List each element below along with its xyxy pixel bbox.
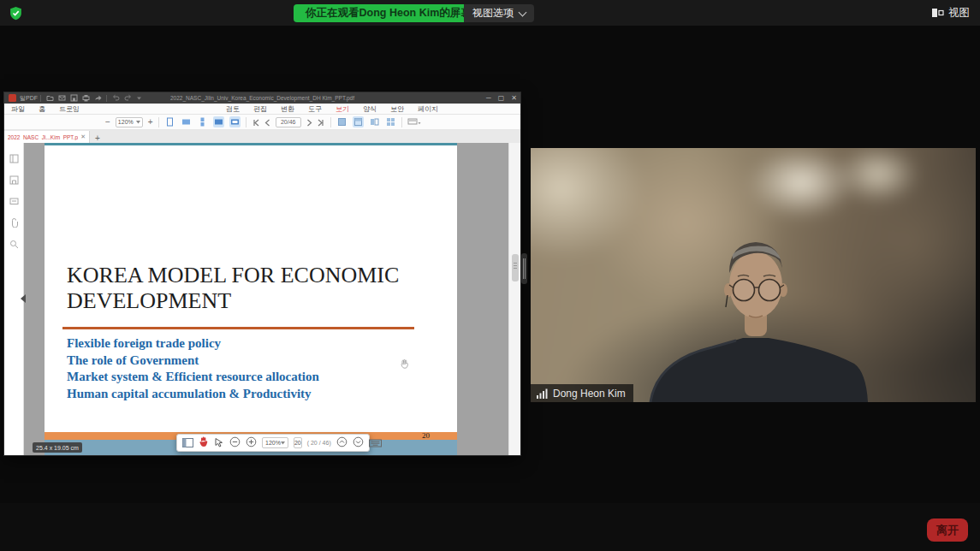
menu-security[interactable]: 보안 [383, 104, 411, 114]
maximize-button[interactable]: ▢ [498, 94, 505, 102]
meeting-top-bar: 你正在观看Dong Heon Kim的屏幕 视图选项 视图 [0, 0, 980, 26]
attachments-panel-icon[interactable] [9, 216, 19, 231]
sidebar-collapse-arrow[interactable] [21, 294, 26, 303]
view-layout-icon [932, 8, 944, 18]
slide-title: KOREA MODEL FOR ECONOMIC DEVELOPMENT [67, 263, 435, 314]
watching-banner: 你正在观看Dong Heon Kim的屏幕 [294, 4, 484, 22]
zoom-out-button[interactable]: − [105, 118, 110, 127]
leave-meeting-button[interactable]: 离开 [927, 518, 968, 542]
comments-panel-icon[interactable] [9, 194, 19, 210]
chevron-down-icon [519, 8, 527, 16]
menu-tools[interactable]: 도구 [301, 104, 329, 114]
participant-figure [531, 148, 976, 402]
two-page-view-icon[interactable] [213, 116, 224, 127]
watching-banner-text: 你正在观看Dong Heon Kim的屏幕 [306, 6, 472, 21]
pdf-window-title: 2022_NASC_Jilin_Univ_Korea_Economic_Deve… [4, 95, 520, 101]
share-divider-handle[interactable] [521, 253, 527, 284]
annotation-zoom-select[interactable]: 120% [262, 437, 288, 448]
chevron-down-icon [281, 441, 285, 445]
menu-forms[interactable]: 양식 [356, 104, 383, 114]
layout-single-icon[interactable] [336, 116, 347, 127]
menu-drawing[interactable]: 드로잉 [52, 104, 86, 114]
scrollbar-thumb[interactable] [512, 254, 519, 281]
page-number-input[interactable]: 20/46 [276, 117, 301, 127]
new-tab-button[interactable]: + [95, 133, 100, 143]
view-options-button[interactable]: 视图选项 [464, 4, 534, 22]
last-page-button[interactable] [318, 115, 325, 130]
first-page-button[interactable] [252, 115, 259, 130]
menu-file[interactable]: 파일 [4, 104, 32, 114]
audio-signal-icon [537, 388, 548, 399]
page-total-label: ( 20 / 46) [307, 440, 331, 446]
document-tab-label: 2022_NASC_Ji...Kim_PPT.pdf [8, 134, 78, 140]
document-scrollbar[interactable] [508, 143, 520, 455]
menu-view[interactable]: 보기 [329, 104, 356, 114]
next-slide-button[interactable] [353, 435, 364, 451]
tab-close-icon[interactable]: ✕ [80, 133, 86, 140]
participant-name: Dong Heon Kim [553, 388, 626, 400]
participant-name-tag: Dong Heon Kim [531, 384, 633, 402]
pdf-viewer-window: 알PDF 2022_NASC_Jilin_Univ_Korea_Economic… [4, 92, 520, 455]
slide-divider-rule [62, 327, 414, 329]
slide-bullet: Flexible foreign trade policy [67, 335, 426, 353]
zoom-meeting-screen: 你正在观看Dong Heon Kim的屏幕 视图选项 视图 알PDF [0, 0, 980, 551]
layout-two-up-icon[interactable] [369, 116, 380, 127]
full-screen-view-icon[interactable] [229, 116, 241, 127]
participant-video-tile[interactable]: Dong Heon Kim [531, 148, 976, 402]
slide-bullet: Human capital accumulation & Productivit… [67, 386, 426, 403]
view-button[interactable]: 视图 [932, 5, 970, 21]
annotation-toolbar: 120% 20 ( 20 / 46) [176, 434, 370, 452]
zoom-in-icon[interactable] [246, 435, 257, 451]
slide-bullet: The role of Government [67, 353, 426, 370]
bookmarks-panel-icon[interactable] [9, 173, 19, 188]
menu-edit[interactable]: 편집 [246, 104, 274, 114]
pdf-toolbar: − 120% + 20/46 [4, 115, 520, 130]
pdf-menubar: 파일 홈 드로잉 검토 편집 변환 도구 보기 양식 보안 페이지 [4, 104, 520, 115]
thumbnails-panel-icon[interactable] [9, 151, 19, 167]
slide-page-number: 20 [422, 431, 430, 440]
document-tab[interactable]: 2022_NASC_Ji...Kim_PPT.pdf ✕ [4, 131, 90, 143]
page-size-badge: 25.4 x 19.05 cm [33, 442, 82, 453]
meeting-control-bar: 解除静音 开启视频 7 [0, 503, 980, 551]
single-page-view-icon[interactable] [164, 116, 175, 127]
hand-cursor-icon [400, 358, 409, 369]
layout-continuous-icon[interactable] [353, 116, 364, 127]
zoom-level-select[interactable]: 120% [116, 117, 143, 127]
pdf-titlebar[interactable]: 알PDF 2022_NASC_Jilin_Univ_Korea_Economic… [4, 92, 520, 104]
pointer-tool-icon[interactable] [214, 435, 224, 451]
next-page-button[interactable] [306, 115, 312, 130]
pdf-tabbar: 2022_NASC_Ji...Kim_PPT.pdf ✕ + [4, 130, 520, 143]
fit-width-view-icon[interactable] [181, 116, 192, 127]
panel-toggle-icon[interactable] [182, 435, 193, 451]
layout-grid-icon[interactable] [385, 116, 396, 127]
minimize-button[interactable]: ─ [486, 94, 491, 102]
zoom-out-icon[interactable] [229, 435, 241, 451]
previous-page-button[interactable] [264, 115, 270, 130]
menu-home[interactable]: 홈 [32, 104, 52, 114]
close-button[interactable]: ✕ [511, 94, 517, 102]
vertical-scroll-view-icon[interactable] [197, 116, 208, 127]
previous-slide-button[interactable] [336, 435, 347, 451]
slide-bullet-list: Flexible foreign trade policy The role o… [67, 335, 426, 402]
chevron-down-icon [136, 121, 140, 124]
keyboard-icon[interactable] [369, 435, 382, 451]
raised-hand-icon[interactable] [199, 435, 209, 451]
slide-top-accent-line [45, 143, 457, 145]
annotation-page-input[interactable]: 20 [294, 437, 302, 448]
menu-pages[interactable]: 페이지 [411, 104, 445, 114]
security-shield-icon[interactable] [9, 6, 23, 21]
pdf-document-area: KOREA MODEL FOR ECONOMIC DEVELOPMENT Fle… [4, 143, 520, 455]
slide-page: KOREA MODEL FOR ECONOMIC DEVELOPMENT Fle… [45, 143, 457, 455]
zoom-in-button[interactable]: + [148, 118, 153, 127]
slide-bullet: Market system & Efficient resource alloc… [67, 369, 426, 386]
menu-convert[interactable]: 변환 [274, 104, 301, 114]
search-panel-icon[interactable] [9, 237, 19, 252]
more-view-options-dropdown[interactable] [407, 115, 421, 130]
menu-review[interactable]: 검토 [219, 104, 246, 114]
